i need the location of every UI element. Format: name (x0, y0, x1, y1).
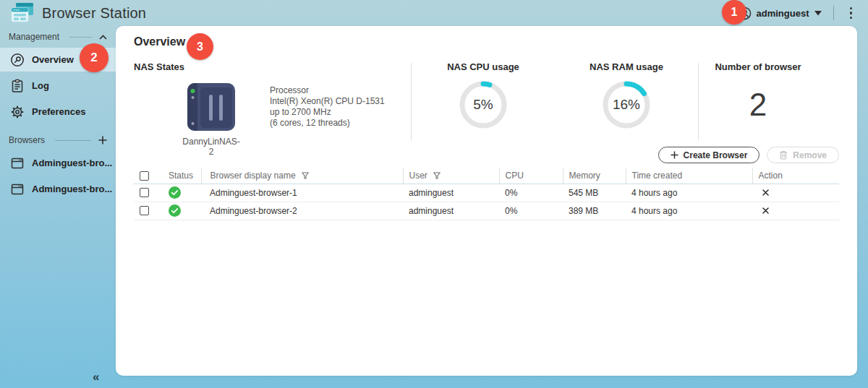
column-header-cpu: CPU (499, 168, 563, 184)
app-logo-icon (10, 3, 35, 23)
filter-icon[interactable] (432, 171, 442, 181)
cpu-usage-value: 5% (458, 79, 509, 130)
log-icon (10, 79, 25, 93)
time-cell: 4 hours ago (626, 202, 752, 220)
app-title: Browser Station (42, 5, 146, 22)
step-badge-2: 2 (80, 43, 109, 72)
sidebar-item-label: Overview (32, 54, 74, 65)
overview-icon (10, 53, 25, 67)
chevron-up-icon[interactable] (99, 35, 107, 40)
memory-cell: 389 MB (563, 202, 626, 220)
table-row[interactable]: Adminguest-browser-2 adminguest 0% 389 M… (134, 202, 839, 220)
time-cell: 4 hours ago (626, 184, 752, 202)
column-header-time: Time created (626, 168, 752, 184)
browsers-section-header: Browsers (0, 129, 116, 151)
row-checkbox[interactable] (140, 188, 149, 197)
ram-usage-block: NAS RAM usage 16% (555, 61, 698, 144)
step-badge-1: 1 (722, 0, 746, 25)
browser-count-value: 2 (699, 87, 817, 123)
sidebar-item-browser-1[interactable]: Adminguest-bro... (0, 151, 116, 175)
browser-name-cell: Adminguest-browser-2 (201, 202, 403, 220)
row-checkbox[interactable] (140, 206, 149, 215)
close-browser-icon[interactable] (761, 188, 770, 197)
page-title: Overview (134, 35, 839, 60)
sidebar-item-label: Preferences (32, 106, 85, 117)
sidebar-item-log[interactable]: Log (0, 74, 116, 98)
remove-button[interactable]: Remove (767, 147, 839, 163)
browser-window-icon (10, 156, 25, 171)
ram-usage-value: 16% (601, 79, 652, 130)
processor-info: Processor Intel(R) Xeon(R) CPU D-1531 up… (270, 81, 385, 157)
plus-icon (671, 151, 678, 159)
nas-name: DannyLinNAS-2 (180, 137, 242, 157)
sidebar: Management Overview Log (0, 26, 116, 388)
column-header-memory: Memory (563, 168, 626, 184)
ram-usage-label: NAS RAM usage (555, 61, 698, 72)
table-header-row: Status Browser display name User (134, 168, 839, 184)
cpu-usage-block: NAS CPU usage 5% (412, 61, 555, 144)
column-header-status: Status (163, 168, 201, 184)
status-ok-icon (169, 186, 201, 199)
user-cell: adminguest (403, 202, 499, 220)
browser-count-block: Number of browser 2 (699, 61, 839, 144)
header-divider (833, 6, 834, 20)
sidebar-item-label: Adminguest-bro... (32, 184, 112, 194)
chevron-down-icon (814, 11, 822, 16)
nas-stats-strip: NAS States (134, 61, 839, 144)
user-name: adminguest (757, 8, 809, 19)
user-menu[interactable]: adminguest (738, 7, 822, 20)
sidebar-item-browser-2[interactable]: Adminguest-bro... (0, 177, 116, 201)
cpu-usage-label: NAS CPU usage (412, 61, 555, 72)
main-panel: Overview NAS States (116, 26, 857, 376)
browser-count-label: Number of browser (699, 61, 817, 72)
gear-icon (10, 105, 25, 119)
column-header-user: User (403, 168, 499, 184)
filter-icon[interactable] (300, 171, 310, 181)
trash-icon (779, 150, 788, 160)
cpu-cell: 0% (499, 184, 563, 202)
table-row[interactable]: Adminguest-browser-1 adminguest 0% 545 M… (134, 184, 839, 202)
sidebar-item-preferences[interactable]: Preferences (0, 100, 116, 124)
user-cell: adminguest (403, 184, 499, 202)
status-ok-icon (169, 204, 201, 217)
column-header-action: Action (752, 168, 839, 184)
browser-table: Status Browser display name User (134, 168, 839, 220)
memory-cell: 545 MB (563, 184, 626, 202)
select-all-checkbox[interactable] (140, 171, 149, 181)
cpu-cell: 0% (499, 202, 563, 220)
browser-window-icon (10, 182, 25, 197)
create-browser-button[interactable]: Create Browser (658, 147, 760, 163)
nas-device-icon (180, 81, 242, 133)
browsers-label: Browsers (9, 135, 45, 145)
more-options-menu[interactable] (846, 4, 857, 22)
column-header-name: Browser display name (201, 168, 403, 184)
add-browser-icon[interactable] (98, 136, 107, 145)
close-browser-icon[interactable] (761, 206, 770, 215)
management-label: Management (9, 32, 59, 42)
collapse-sidebar-button[interactable]: « (93, 370, 99, 384)
sidebar-item-label: Adminguest-bro... (32, 158, 112, 168)
step-badge-3: 3 (187, 33, 213, 60)
sidebar-item-label: Log (32, 80, 49, 91)
nas-states-block: NAS States (134, 61, 411, 144)
nas-states-label: NAS States (134, 61, 411, 72)
browser-name-cell: Adminguest-browser-1 (201, 184, 403, 202)
